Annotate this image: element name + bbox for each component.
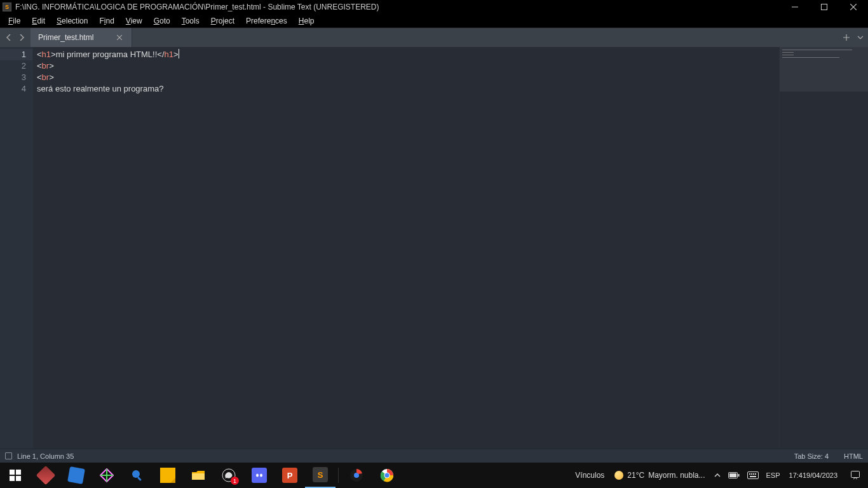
- editor: 1 2 3 4 <h1>mi primer programa HTML!!</h…: [0, 47, 868, 449]
- svg-rect-17: [738, 474, 739, 477]
- menu-preferences[interactable]: Preferences: [240, 15, 293, 27]
- svg-rect-2: [16, 470, 21, 475]
- tray-clock[interactable]: 17:41 9/04/2023: [784, 463, 843, 488]
- status-position[interactable]: Line 1, Column 35: [17, 452, 74, 460]
- tray-battery-icon[interactable]: [724, 463, 743, 488]
- history-forward-button[interactable]: [17, 32, 27, 43]
- tray-keyboard-icon[interactable]: [743, 463, 763, 488]
- tab-primer-test[interactable]: Primer_test.html: [31, 28, 132, 47]
- line-number: 4: [0, 83, 26, 95]
- status-tab-size[interactable]: Tab Size: 4: [794, 452, 829, 460]
- taskbar-app-whatsapp[interactable]: [214, 463, 244, 488]
- taskbar-app-sublime-text[interactable]: S: [305, 463, 336, 488]
- menubar: File Edit Selection Find View Goto Tools…: [0, 14, 868, 28]
- tray-overflow-button[interactable]: [710, 463, 724, 488]
- taskbar-app-1[interactable]: [31, 463, 61, 488]
- svg-rect-3: [10, 476, 15, 481]
- svg-rect-22: [753, 473, 754, 475]
- svg-rect-1: [10, 470, 15, 475]
- minimap[interactable]: [779, 47, 868, 449]
- svg-rect-25: [851, 471, 860, 478]
- window-minimize-button[interactable]: [780, 0, 810, 14]
- svg-rect-23: [755, 473, 756, 475]
- menu-view[interactable]: View: [120, 15, 148, 27]
- system-tray: ESP 17:41 9/04/2023: [710, 463, 868, 488]
- menu-help[interactable]: Help: [293, 15, 320, 27]
- tab-bar: Primer_test.html: [0, 28, 868, 47]
- tab-close-button[interactable]: [115, 33, 124, 42]
- start-button[interactable]: [0, 463, 31, 488]
- menu-tools[interactable]: Tools: [176, 15, 205, 27]
- svg-rect-0: [822, 4, 827, 10]
- windows-taskbar: P S Vínculos 21°C Mayorm. nubla...: [0, 463, 868, 488]
- taskbar-links-label[interactable]: Vínculos: [570, 471, 609, 480]
- tray-notifications-button[interactable]: [843, 463, 868, 488]
- svg-rect-21: [751, 473, 752, 475]
- svg-rect-18: [729, 473, 736, 477]
- panel-switcher-icon[interactable]: [5, 452, 12, 459]
- line-number: 3: [0, 72, 26, 83]
- history-back-button[interactable]: [4, 32, 14, 43]
- tab-label: Primer_test.html: [38, 33, 93, 42]
- menu-find[interactable]: Find: [93, 15, 119, 27]
- taskbar-app-search[interactable]: [122, 463, 153, 488]
- tray-date: 9/04/2023: [806, 471, 837, 480]
- menu-goto[interactable]: Goto: [148, 15, 176, 27]
- weather-desc: Mayorm. nubla...: [648, 471, 705, 480]
- menu-file[interactable]: File: [3, 15, 26, 27]
- taskbar-app-roblox[interactable]: [61, 463, 92, 488]
- code-area[interactable]: <h1>mi primer programa HTML!!</h1> <br> …: [33, 47, 779, 449]
- taskbar-app-3[interactable]: [92, 463, 122, 488]
- taskbar-weather[interactable]: 21°C Mayorm. nubla...: [609, 471, 710, 480]
- window-close-button[interactable]: [839, 0, 868, 14]
- app-icon: S: [3, 3, 11, 11]
- taskbar-app-discord[interactable]: [244, 463, 275, 488]
- svg-rect-4: [16, 476, 21, 481]
- svg-rect-6: [137, 477, 142, 481]
- minimap-viewport[interactable]: [780, 47, 868, 92]
- taskbar-app-browser-1[interactable]: [341, 463, 372, 488]
- weather-icon: [614, 471, 623, 480]
- status-syntax[interactable]: HTML: [844, 452, 863, 460]
- svg-rect-19: [747, 472, 758, 479]
- window-title: F:\ING. INFORMÁTICA\LOGICA DE PROGRAMACI…: [15, 3, 379, 11]
- window-titlebar: S F:\ING. INFORMÁTICA\LOGICA DE PROGRAMA…: [0, 0, 868, 14]
- new-tab-button[interactable]: [841, 32, 851, 43]
- taskbar-app-chrome[interactable]: [372, 463, 402, 488]
- line-number: 2: [0, 60, 26, 72]
- svg-rect-7: [192, 473, 205, 480]
- svg-rect-20: [749, 473, 750, 475]
- tab-history: [0, 28, 31, 47]
- weather-temp: 21°C: [627, 471, 644, 480]
- svg-point-5: [132, 470, 140, 478]
- menu-project[interactable]: Project: [205, 15, 240, 27]
- taskbar-app-powerpoint[interactable]: P: [275, 463, 305, 488]
- tray-time: 17:41: [789, 471, 807, 480]
- svg-point-15: [385, 473, 390, 478]
- line-number: 1: [0, 49, 32, 60]
- menu-edit[interactable]: Edit: [26, 15, 51, 27]
- taskbar-app-sticky-notes[interactable]: [153, 463, 183, 488]
- taskbar-app-file-explorer[interactable]: [183, 463, 214, 488]
- tray-language[interactable]: ESP: [763, 463, 784, 488]
- svg-point-10: [260, 474, 262, 477]
- text-caret: [179, 49, 179, 58]
- svg-rect-24: [750, 476, 756, 477]
- statusbar: Line 1, Column 35 Tab Size: 4 HTML: [0, 449, 868, 463]
- menu-selection[interactable]: Selection: [51, 15, 93, 27]
- svg-point-9: [256, 474, 259, 477]
- window-maximize-button[interactable]: [810, 0, 839, 14]
- tab-dropdown-button[interactable]: [855, 32, 865, 43]
- line-number-gutter[interactable]: 1 2 3 4: [0, 47, 33, 449]
